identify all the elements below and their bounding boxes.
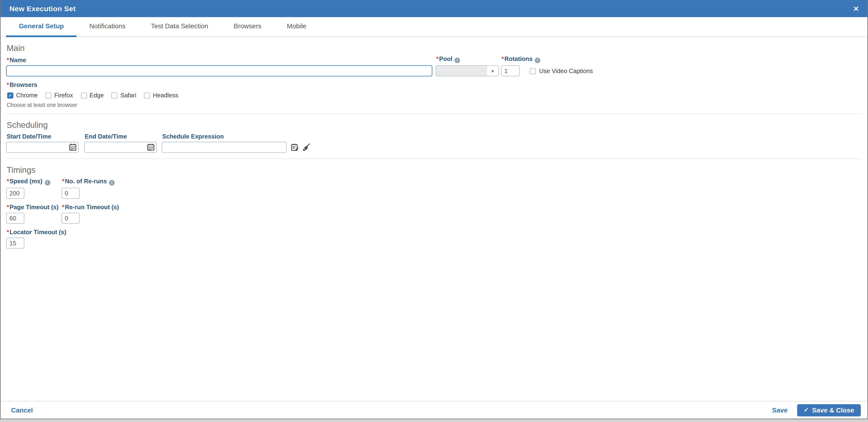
locator-timeout-label: *Locator Timeout (s) [7, 229, 61, 235]
checkbox-icon [81, 92, 87, 98]
section-divider [6, 114, 862, 114]
required-marker: * [502, 56, 504, 62]
required-marker: * [62, 204, 64, 210]
speed-input[interactable] [6, 188, 25, 199]
dialog-title: New Execution Set [9, 4, 76, 13]
calendar-icon[interactable] [69, 144, 76, 151]
name-input[interactable] [6, 65, 432, 77]
tab-browsers[interactable]: Browsers [221, 17, 274, 37]
tab-test-data-selection[interactable]: Test Data Selection [138, 17, 221, 37]
rotations-input[interactable] [501, 65, 520, 77]
cancel-button[interactable]: Cancel [11, 406, 33, 414]
checkbox-label: Headless [153, 92, 179, 98]
schedule-expression-group: Schedule Expression [161, 133, 287, 153]
checkbox-label: Firefox [54, 92, 73, 98]
tab-general-setup[interactable]: General Setup [6, 17, 76, 37]
browser-checkbox-firefox[interactable]: Firefox [45, 92, 73, 98]
broom-icon[interactable] [303, 144, 311, 151]
page-timeout-label: *Page Timeout (s) [7, 204, 61, 210]
scheduling-fields-row: Start Date/Time End Date/Time [6, 133, 862, 153]
end-datetime-wrap [84, 142, 157, 153]
end-datetime-label: End Date/Time [85, 133, 157, 140]
chevron-down-icon[interactable]: ▼ [487, 66, 498, 76]
start-datetime-label: Start Date/Time [7, 133, 79, 140]
save-button[interactable]: Save [772, 406, 787, 414]
required-marker: * [62, 178, 64, 184]
rerun-timeout-input[interactable] [61, 213, 80, 224]
end-datetime-input[interactable] [84, 142, 157, 153]
pool-label: *Pooli [436, 56, 499, 63]
browsers-helper-text: Choose at least one browser [7, 102, 862, 108]
section-divider [6, 158, 862, 159]
checkbox-label: Chrome [16, 92, 38, 98]
name-label: *Name [7, 56, 432, 63]
start-datetime-input[interactable] [6, 142, 79, 153]
start-datetime-wrap [6, 142, 79, 153]
rerun-timeout-label: *Re-run Timeout (s) [62, 204, 119, 210]
locator-timeout-input[interactable] [6, 238, 25, 249]
new-execution-set-dialog: New Execution Set × General Setup Notifi… [0, 0, 868, 419]
browser-checkbox-chrome[interactable]: ✓ Chrome [7, 92, 38, 98]
reruns-field-group: *No. of Re-runsi [61, 178, 115, 199]
checkbox-icon [45, 92, 52, 98]
calendar-edit-icon[interactable] [291, 144, 299, 151]
browsers-label: *Browsers [7, 82, 862, 88]
reruns-input[interactable] [61, 188, 80, 199]
timings-row-2: *Page Timeout (s) *Re-run Timeout (s) [6, 204, 862, 224]
schedule-expression-tools [291, 144, 311, 151]
close-icon[interactable]: × [854, 4, 859, 13]
dialog-header: New Execution Set × [0, 0, 867, 17]
section-heading-timings: Timings [7, 164, 862, 176]
pool-field-group: *Pooli ▼ [436, 56, 499, 77]
tab-mobile[interactable]: Mobile [274, 17, 319, 37]
page-timeout-field-group: *Page Timeout (s) [6, 204, 62, 224]
page-timeout-input[interactable] [6, 213, 25, 224]
info-icon[interactable]: i [455, 58, 460, 63]
schedule-expression-input[interactable] [161, 142, 287, 153]
pool-select[interactable]: ▼ [436, 65, 499, 77]
speed-label: *Speed (ms)i [7, 178, 61, 186]
checkbox-icon: ✓ [7, 92, 13, 98]
tab-notifications[interactable]: Notifications [76, 17, 138, 37]
end-datetime-group: End Date/Time [84, 133, 157, 153]
section-heading-scheduling: Scheduling [7, 120, 862, 131]
tab-bar: General Setup Notifications Test Data Se… [0, 17, 867, 37]
speed-field-group: *Speed (ms)i [6, 178, 62, 199]
info-icon[interactable]: i [109, 180, 115, 185]
screen: New Execution Set × General Setup Notifi… [0, 0, 868, 422]
browsers-checkbox-row: ✓ Chrome Firefox Edge Safari [7, 92, 862, 98]
info-icon[interactable]: i [44, 180, 50, 185]
timings-row-1: *Speed (ms)i *No. of Re-runsi [6, 178, 862, 199]
use-video-captions-checkbox[interactable]: Use Video Captions [530, 65, 593, 77]
rerun-timeout-field-group: *Re-run Timeout (s) [61, 204, 119, 224]
browsers-block: *Browsers ✓ Chrome Firefox Edge [6, 82, 862, 108]
main-fields-row: *Name *Pooli ▼ *Rotationsi Use Video Cap… [6, 56, 862, 77]
checkbox-icon [144, 92, 150, 98]
name-field-group: *Name [6, 56, 432, 77]
browser-checkbox-headless[interactable]: Headless [144, 92, 178, 98]
save-and-close-label: Save & Close [812, 406, 854, 414]
browser-checkbox-safari[interactable]: Safari [112, 92, 136, 98]
info-icon[interactable]: i [535, 58, 540, 63]
checkbox-icon [530, 68, 536, 74]
save-and-close-button[interactable]: ✓ Save & Close [797, 404, 861, 416]
required-marker: * [436, 56, 438, 62]
rotations-label: *Rotationsi [502, 56, 520, 63]
required-marker: * [7, 56, 9, 63]
browser-checkbox-edge[interactable]: Edge [81, 92, 104, 98]
timings-row-3: *Locator Timeout (s) [6, 229, 862, 249]
checkbox-label: Use Video Captions [539, 68, 593, 74]
check-icon: ✓ [804, 407, 809, 413]
dialog-footer: Cancel Save ✓ Save & Close [0, 401, 867, 418]
required-marker: * [7, 82, 9, 88]
required-marker: * [7, 204, 9, 210]
rotations-field-group: *Rotationsi [501, 56, 520, 77]
reruns-label: *No. of Re-runsi [62, 178, 115, 186]
calendar-icon[interactable] [147, 144, 154, 151]
schedule-expression-label: Schedule Expression [162, 133, 287, 140]
required-marker: * [7, 229, 9, 235]
checkbox-label: Safari [120, 92, 136, 98]
section-heading-main: Main [7, 42, 862, 54]
checkbox-label: Edge [90, 92, 104, 98]
locator-timeout-field-group: *Locator Timeout (s) [6, 229, 62, 249]
